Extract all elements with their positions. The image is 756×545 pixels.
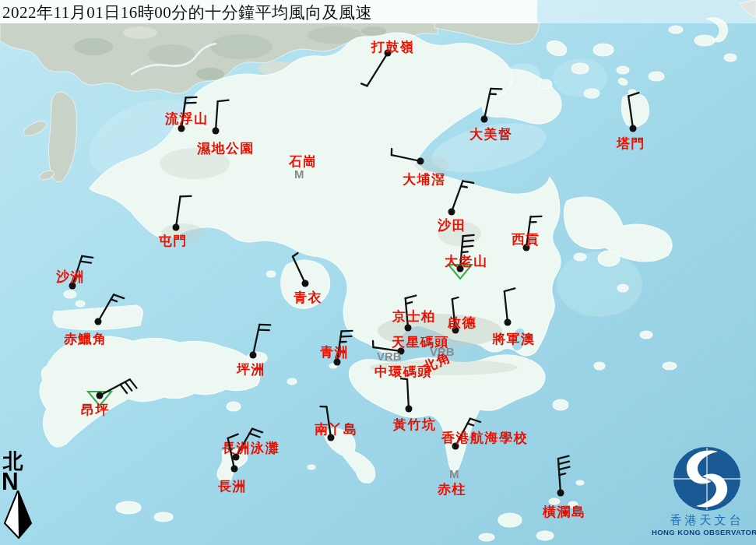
station-name-label: 大埔滘 <box>403 172 446 187</box>
hong-kong-map: 打鼓嶺流浮山濕地公園大美督塔門M石崗大埔滘沙田屯門西貢沙洲大老山青衣赤鱲角京士柏… <box>0 0 756 545</box>
title-bar-fade <box>537 0 756 23</box>
station-name-label: 京士柏 <box>392 309 436 324</box>
station-dot <box>557 490 564 497</box>
station-dot <box>250 352 257 359</box>
station-dot <box>173 224 180 231</box>
hko-logo-chinese: 香港天文台 <box>670 513 744 528</box>
station-name-label: 南丫島 <box>315 422 358 437</box>
station-name-label: 橫瀾島 <box>542 505 586 519</box>
station-name-label: 黃竹坑 <box>392 417 437 432</box>
station-dot <box>417 158 424 165</box>
station-name-label: 屯門 <box>158 234 188 248</box>
station-dot <box>406 406 413 413</box>
hko-logo: 香港天文台 HONG KONG OBSERVATORY <box>658 445 756 545</box>
station-name-label: 流浮山 <box>164 111 209 126</box>
hko-logo-english: HONG KONG OBSERVATORY <box>652 528 756 536</box>
station-name-label: 沙田 <box>437 218 466 233</box>
station-name-label: 濕地公園 <box>196 141 255 156</box>
station-dot <box>302 280 309 287</box>
station-name-label: 昂坪 <box>81 403 110 417</box>
map-title: 2022年11月01日16時00分的十分鐘平均風向及風速 <box>2 2 372 23</box>
station-name-label: 沙洲 <box>55 269 85 284</box>
north-arrow: 北 N <box>2 452 37 539</box>
station-dot <box>630 125 637 132</box>
station-dot <box>97 392 104 399</box>
wind-map-screenshot: 打鼓嶺流浮山濕地公園大美督塔門M石崗大埔滘沙田屯門西貢沙洲大老山青衣赤鱲角京士柏… <box>0 0 756 545</box>
station-dot <box>448 209 455 216</box>
station-name-label: 青洲 <box>320 345 349 360</box>
station-name-label: 打鼓嶺 <box>371 40 415 54</box>
station-name-label: 赤鱲角 <box>63 332 107 346</box>
station-dot <box>505 319 512 326</box>
station-name-label: 啟德 <box>447 315 476 330</box>
station-name-label: 香港航海學校 <box>441 431 528 445</box>
station-name-label: 大美督 <box>469 126 513 142</box>
station-name-label: 將軍澳 <box>491 332 536 346</box>
station-name-label: 長洲 <box>218 479 247 494</box>
station-dot <box>213 128 220 135</box>
station-dot <box>405 325 412 332</box>
station-name-label: 塔門 <box>616 136 645 151</box>
station-name-label: 西貢 <box>511 232 540 247</box>
station-name-label: 石崗 <box>288 154 318 169</box>
variable-wind-label: VRB <box>377 350 402 363</box>
north-letter-label: N <box>2 469 19 494</box>
station-dot <box>231 466 238 473</box>
station-dot <box>481 116 488 123</box>
station-name-label: 坪洲 <box>236 362 265 377</box>
station-name-label: 赤柱 <box>437 482 466 497</box>
station-name-label: 大老山 <box>445 254 488 269</box>
missing-data-label: M <box>294 167 304 181</box>
station-name-label: 青衣 <box>294 290 322 305</box>
hko-logo-icon <box>671 445 743 512</box>
missing-data-label: M <box>449 467 459 480</box>
north-arrow-icon <box>3 490 34 539</box>
station-dot <box>95 318 102 325</box>
